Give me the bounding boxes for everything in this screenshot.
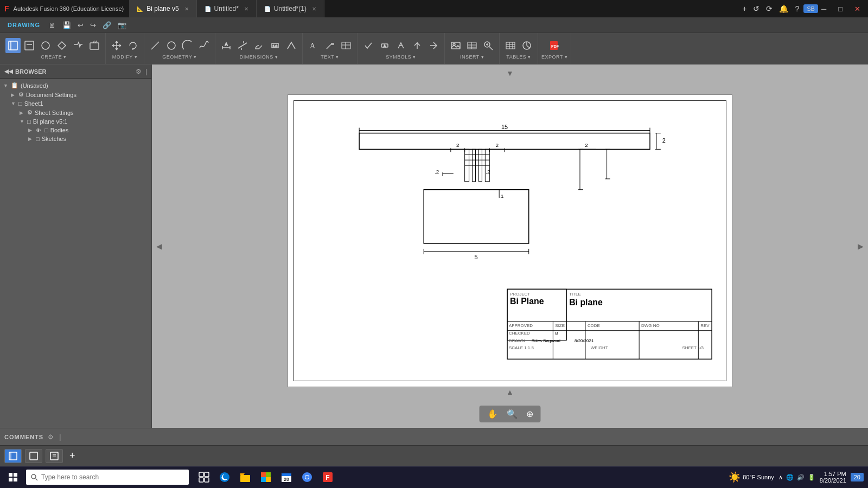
drawing-sheet-inner: 15 2 — [293, 100, 726, 381]
new-sheet-button[interactable] — [5, 38, 21, 53]
datum-button[interactable]: A — [377, 38, 392, 53]
network-icon[interactable]: 🌐 — [786, 474, 794, 481]
store-button[interactable] — [257, 468, 275, 486]
angular-dim-button[interactable] — [251, 38, 266, 53]
move-button[interactable] — [109, 38, 124, 53]
zoom-fit-button[interactable]: 🔍 — [503, 408, 521, 420]
breakout-view-button[interactable] — [87, 38, 102, 53]
browser-item-bodies[interactable]: ▶ 👁 □ Bodies — [0, 126, 151, 134]
browser-item-biplane-v5[interactable]: ▼ □ Bi plane v5:1 — [0, 117, 151, 126]
browser-item-doc-settings[interactable]: ▶ ⚙ Document Settings — [0, 90, 151, 99]
edge-button[interactable] — [216, 468, 233, 486]
break-view-button[interactable] — [71, 38, 86, 53]
surface-finish-button[interactable] — [393, 38, 409, 53]
maximize-button[interactable]: □ — [835, 4, 846, 14]
search-input[interactable] — [41, 473, 184, 481]
notifications-button[interactable]: 🔔 — [777, 4, 790, 13]
start-button[interactable] — [4, 468, 22, 486]
tab-close-biplane[interactable]: ✕ — [184, 6, 189, 12]
forward-button[interactable]: ⟳ — [764, 4, 775, 13]
close-button[interactable]: ✕ — [851, 4, 864, 14]
table-button[interactable] — [503, 38, 518, 53]
arc-button[interactable] — [180, 38, 195, 53]
section-view-button[interactable] — [38, 38, 53, 53]
insert-image-button[interactable] — [448, 38, 463, 53]
sound-icon[interactable]: 🔊 — [797, 474, 805, 481]
sheet-tab-3[interactable] — [46, 449, 63, 463]
svg-text:Bi plane: Bi plane — [569, 298, 603, 307]
tree-arrow-sheet1[interactable]: ▼ — [11, 101, 16, 106]
quick-access-save[interactable]: 💾 — [60, 20, 73, 30]
tab-untitled1[interactable]: 📄 Untitled* ✕ — [197, 0, 257, 17]
insert-table-button[interactable] — [464, 38, 480, 53]
fusion360-taskbar-button[interactable]: F — [319, 468, 336, 486]
redo-button[interactable]: ↪ — [88, 20, 98, 30]
new-tab-button[interactable]: + — [740, 4, 749, 13]
comments-expand-icon[interactable]: | — [59, 433, 61, 441]
zoom-in-button[interactable]: ⊕ — [523, 408, 537, 420]
spline-button[interactable] — [196, 38, 212, 53]
arrow-button[interactable] — [426, 38, 441, 53]
clock-widget[interactable]: 1:57 PM 8/20/2021 — [820, 471, 846, 484]
task-view-button[interactable] — [195, 468, 213, 486]
capture-button[interactable]: 📷 — [116, 20, 129, 30]
browser-collapse-icon[interactable]: | — [145, 68, 147, 75]
export-pdf-button[interactable]: PDF — [547, 38, 562, 53]
up-arrow-icon[interactable]: ∧ — [778, 474, 783, 481]
minimize-button[interactable]: ─ — [818, 4, 829, 14]
chrome-button[interactable] — [298, 468, 316, 486]
collapse-icon[interactable]: ◀◀ — [4, 68, 13, 74]
detail-view-button[interactable] — [22, 38, 37, 53]
comments-settings-icon[interactable]: ⚙ — [48, 433, 54, 441]
line-button[interactable] — [148, 38, 163, 53]
help-button[interactable]: ? — [793, 4, 801, 13]
back-button[interactable]: ↺ — [751, 4, 762, 13]
text-button[interactable]: A — [306, 38, 321, 53]
add-sheet-button[interactable]: + — [66, 450, 79, 461]
circle-button[interactable] — [164, 38, 179, 53]
sym-dim-button[interactable] — [235, 38, 250, 53]
checkmark-button[interactable] — [361, 38, 376, 53]
browser-item-sheet-settings[interactable]: ▶ ⚙ Sheet Settings — [0, 108, 151, 117]
projected-view-button[interactable] — [54, 38, 69, 53]
zoom-button[interactable] — [481, 38, 496, 53]
sheet-tab-1[interactable] — [4, 449, 22, 463]
taskbar-search[interactable] — [26, 470, 189, 485]
svg-text:REV: REV — [700, 323, 710, 328]
bom-button[interactable] — [519, 38, 534, 53]
tree-arrow-sheet-settings[interactable]: ▶ — [20, 110, 25, 115]
tree-arrow-biplane-v5[interactable]: ▼ — [20, 119, 25, 124]
tree-arrow-bodies[interactable]: ▶ — [28, 127, 34, 133]
tab-untitled2[interactable]: 📄 Untitled*(1) ✕ — [257, 0, 324, 17]
notification-button[interactable]: 20 — [851, 473, 864, 481]
tree-arrow-doc-settings[interactable]: ▶ — [11, 92, 16, 98]
undo-button[interactable]: ↩ — [75, 20, 86, 30]
surface-dim-button[interactable] — [284, 38, 299, 53]
browser-settings-icon[interactable]: ⚙ — [136, 68, 142, 75]
tree-arrow-unsaved[interactable]: ▼ — [3, 83, 9, 88]
quick-access-new[interactable]: 🗎 — [47, 20, 58, 30]
symbol-text-button[interactable] — [339, 38, 354, 53]
tab-close-untitled1[interactable]: ✕ — [244, 6, 248, 12]
create-label: CREATE ▾ — [41, 54, 66, 60]
link-button[interactable]: 🔗 — [100, 20, 113, 30]
tab-close-untitled2[interactable]: ✕ — [312, 6, 316, 12]
browser-item-sheet1[interactable]: ▼ □ Sheet1 — [0, 99, 151, 108]
browser-item-sketches[interactable]: ▶ □ Sketches — [0, 134, 151, 143]
sheet-tab-2[interactable] — [25, 449, 42, 463]
pan-button[interactable]: ✋ — [484, 408, 501, 420]
svg-text:1.0: 1.0 — [273, 44, 278, 48]
eye-icon[interactable]: 👁 — [36, 127, 41, 133]
explorer-button[interactable] — [237, 468, 254, 486]
canvas-area[interactable]: ◀ ▶ ▼ ▲ 15 — [152, 65, 868, 428]
tree-arrow-sketches[interactable]: ▶ — [28, 136, 34, 142]
weld-symbol-button[interactable] — [410, 38, 425, 53]
ordinate-dim-button[interactable]: 1.0 — [267, 38, 283, 53]
tab-biplane[interactable]: 📐 Bi plane v5 ✕ — [129, 0, 196, 17]
user-button[interactable]: SB — [803, 4, 818, 13]
browser-item-unsaved[interactable]: ▼ 📋 (Unsaved) — [0, 81, 151, 90]
leader-text-button[interactable] — [322, 38, 337, 53]
linear-dim-button[interactable]: A — [219, 38, 234, 53]
calendar-button[interactable]: 20 — [278, 468, 295, 486]
rotate-button[interactable] — [125, 38, 141, 53]
